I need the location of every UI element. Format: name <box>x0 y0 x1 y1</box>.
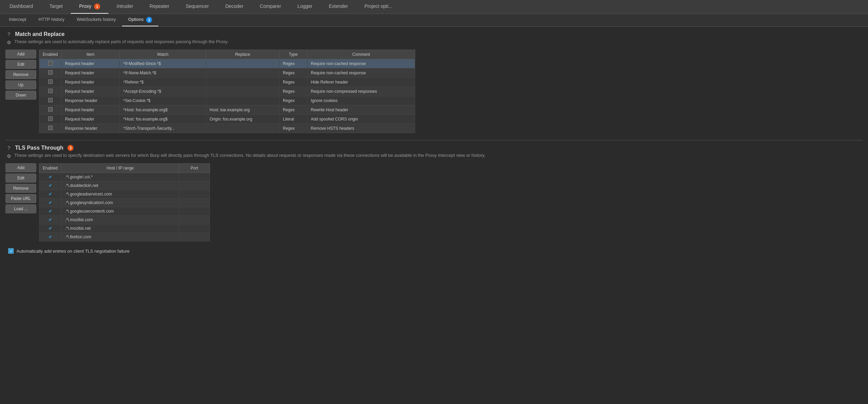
tls-enabled-cell[interactable]: ✔ <box>39 207 62 216</box>
mr-replace-cell: Origin: foo.example.org <box>206 115 279 124</box>
tab-decoder[interactable]: Decoder <box>217 0 252 14</box>
mr-type-cell: Literal <box>279 115 307 124</box>
tls-load-button[interactable]: Load ... <box>5 204 36 213</box>
mr-replace-cell <box>206 87 279 96</box>
tab-proxy[interactable]: Proxy 1 <box>71 0 108 14</box>
mr-checkbox[interactable] <box>48 79 53 84</box>
mr-item-cell: Response header <box>62 96 120 105</box>
table-row[interactable]: Request header ^Accept-Encoding.*$ Regex… <box>39 87 415 96</box>
proxy-badge: 1 <box>94 3 100 10</box>
table-row[interactable]: Request header ^Host: foo.example.org$ O… <box>39 115 415 124</box>
tls-host-cell: .*\.googleadservices\.com <box>62 190 179 199</box>
tab-dashboard[interactable]: Dashboard <box>1 0 41 14</box>
mr-enabled-cell[interactable] <box>39 96 62 105</box>
tab-sequencer[interactable]: Sequencer <box>177 0 217 14</box>
list-item[interactable]: ✔ .*\.googleadservices\.com <box>39 190 210 199</box>
subtab-http-history[interactable]: HTTP history <box>32 14 71 26</box>
mr-checkbox[interactable] <box>48 107 53 112</box>
mr-enabled-cell[interactable] <box>39 59 62 68</box>
subtab-options[interactable]: Options 2 <box>122 14 158 26</box>
mr-replace-cell <box>206 59 279 68</box>
tls-enabled-cell[interactable]: ✔ <box>39 224 62 233</box>
table-row[interactable]: Request header ^Host: foo.example.org$ H… <box>39 105 415 115</box>
mr-checkbox[interactable] <box>48 70 53 75</box>
tls-enabled-cell[interactable]: ✔ <box>39 216 62 224</box>
tls-check-icon: ✔ <box>49 235 52 239</box>
list-item[interactable]: ✔ .*\.googlesyndication\.com <box>39 199 210 207</box>
mr-down-button[interactable]: Down <box>5 91 36 100</box>
table-row[interactable]: Response header ^Strict\-Transport\-Secu… <box>39 124 415 133</box>
mr-enabled-cell[interactable] <box>39 68 62 78</box>
match-replace-header: ? Match and Replace <box>5 31 863 38</box>
mr-edit-button[interactable]: Edit <box>5 60 36 69</box>
help-icon: ? <box>5 31 12 38</box>
tls-edit-button[interactable]: Edit <box>5 174 36 182</box>
tls-host-cell: .*\.google\.co\.* <box>62 173 179 181</box>
tls-enabled-cell[interactable]: ✔ <box>39 233 62 241</box>
tls-port-cell <box>179 190 210 199</box>
auto-add-checkbox[interactable]: ✓ <box>8 248 14 254</box>
table-row[interactable]: Request header ^If-None-Match.*$ Regex R… <box>39 68 415 78</box>
mr-enabled-cell[interactable] <box>39 78 62 87</box>
table-row[interactable]: Request header ^Referer.*$ Regex Hide Re… <box>39 78 415 87</box>
list-item[interactable]: ✔ .*\.doubleclick\.net <box>39 181 210 190</box>
tls-check-icon: ✔ <box>49 192 52 197</box>
tab-extender[interactable]: Extender <box>320 0 356 14</box>
mr-checkbox[interactable] <box>48 116 53 121</box>
table-row[interactable]: Response header ^Set-Cookie.*$ Regex Ign… <box>39 96 415 105</box>
mr-checkbox[interactable] <box>48 61 53 65</box>
mr-replace-cell <box>206 78 279 87</box>
mr-enabled-cell[interactable] <box>39 124 62 133</box>
mr-checkbox[interactable] <box>48 89 53 93</box>
mr-replace-cell <box>206 68 279 78</box>
match-replace-title: Match and Replace <box>15 31 65 37</box>
mr-checkbox[interactable] <box>48 126 53 130</box>
tab-target[interactable]: Target <box>41 0 71 14</box>
mr-remove-button[interactable]: Remove <box>5 70 36 79</box>
list-item[interactable]: ✔ .*\.mozilla\.com <box>39 216 210 224</box>
mr-enabled-cell[interactable] <box>39 115 62 124</box>
tls-host-cell: .*\.firefox\.com <box>62 233 179 241</box>
list-item[interactable]: ✔ .*\.firefox\.com <box>39 233 210 241</box>
tls-enabled-cell[interactable]: ✔ <box>39 181 62 190</box>
tab-comparer[interactable]: Comparer <box>252 0 289 14</box>
tls-buttons: Add Edit Remove Paste URL Load ... <box>5 163 36 241</box>
mr-checkbox[interactable] <box>48 98 53 102</box>
list-item[interactable]: ✔ .*\.googleusercontent\.com <box>39 207 210 216</box>
subtab-intercept[interactable]: Intercept <box>3 14 32 26</box>
tls-remove-button[interactable]: Remove <box>5 184 36 193</box>
tls-enabled-cell[interactable]: ✔ <box>39 199 62 207</box>
mr-match-cell: ^Set-Cookie.*$ <box>120 96 206 105</box>
mr-up-button[interactable]: Up <box>5 80 36 89</box>
tab-intruder[interactable]: Intruder <box>108 0 141 14</box>
list-item[interactable]: ✔ .*\.mozilla\.net <box>39 224 210 233</box>
subtab-websockets-history[interactable]: WebSockets history <box>70 14 122 26</box>
tls-enabled-cell[interactable]: ✔ <box>39 173 62 181</box>
tls-table-wrapper: Enabled Host / IP range Port ✔ .*\.googl… <box>39 163 210 241</box>
tab-logger[interactable]: Logger <box>289 0 321 14</box>
tab-repeater[interactable]: Repeater <box>141 0 177 14</box>
tls-gear-icon: ⚙ <box>5 153 12 160</box>
tls-check-icon: ✔ <box>49 209 52 214</box>
list-item[interactable]: ✔ .*\.google\.co\.* <box>39 173 210 181</box>
mr-item-cell: Response header <box>62 124 120 133</box>
tls-host-cell: .*\.googleusercontent\.com <box>62 207 179 216</box>
options-badge: 2 <box>146 17 152 23</box>
tls-enabled-cell[interactable]: ✔ <box>39 190 62 199</box>
tls-header: ? TLS Pass Through 3 <box>5 144 863 151</box>
mr-match-cell: ^Strict\-Transport\-Security... <box>120 124 206 133</box>
tls-area: Add Edit Remove Paste URL Load ... Enabl… <box>5 163 863 241</box>
mr-enabled-cell[interactable] <box>39 105 62 115</box>
mr-match-cell: ^If-Modified-Since.*$ <box>120 59 206 68</box>
tls-add-button[interactable]: Add <box>5 163 36 172</box>
table-row[interactable]: Request header ^If-Modified-Since.*$ Reg… <box>39 59 415 68</box>
mr-type-cell: Regex <box>279 124 307 133</box>
tls-paste-url-button[interactable]: Paste URL <box>5 194 36 203</box>
tls-host-cell: .*\.mozilla\.com <box>62 216 179 224</box>
mr-add-button[interactable]: Add <box>5 50 36 59</box>
tls-check-icon: ✔ <box>49 226 52 231</box>
section-divider <box>5 140 863 140</box>
tab-project-options[interactable]: Project opti... <box>356 0 400 14</box>
mr-enabled-cell[interactable] <box>39 87 62 96</box>
auto-add-label: Automatically add entries on client TLS … <box>16 249 130 254</box>
